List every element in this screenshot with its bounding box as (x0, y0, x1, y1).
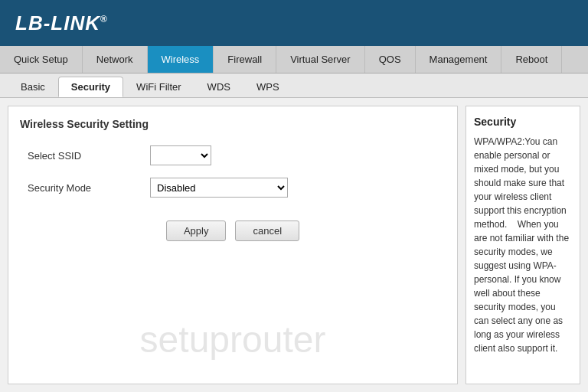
sub-nav-wds[interactable]: WDS (194, 77, 243, 97)
nav-item-quick-setup[interactable]: Quick Setup (0, 46, 83, 73)
settings-panel: Wireless Security Setting Select SSID Se… (8, 106, 458, 384)
nav-item-management[interactable]: Management (416, 46, 502, 73)
cancel-button[interactable]: cancel (235, 220, 299, 241)
top-nav: Quick Setup Network Wireless Firewall Vi… (0, 46, 588, 74)
logo: LB-LINK® (15, 11, 108, 35)
select-ssid-row: Select SSID (20, 145, 446, 165)
nav-item-firewall[interactable]: Firewall (214, 46, 276, 73)
security-mode-select[interactable]: Disabled WPA/WPA2-Personal WPA/WPA2-Ente… (150, 178, 288, 198)
apply-button[interactable]: Apply (166, 220, 227, 241)
nav-item-reboot[interactable]: Reboot (501, 46, 562, 73)
nav-item-virtual-server[interactable]: Virtual Server (276, 46, 365, 73)
info-panel-text: WPA/WPA2:You can enable personal or mixe… (474, 135, 572, 355)
sub-nav-basic[interactable]: Basic (8, 77, 58, 97)
main-content: Wireless Security Setting Select SSID Se… (0, 98, 588, 392)
sub-nav-security[interactable]: Security (58, 77, 123, 97)
info-panel-title: Security (474, 114, 572, 130)
nav-item-network[interactable]: Network (83, 46, 148, 73)
select-ssid-label: Select SSID (28, 150, 150, 162)
security-mode-label: Security Mode (28, 182, 150, 194)
ssid-select[interactable] (150, 145, 211, 165)
sub-nav-wps[interactable]: WPS (243, 77, 292, 97)
header: LB-LINK® (0, 0, 588, 46)
security-mode-row: Security Mode Disabled WPA/WPA2-Personal… (20, 178, 446, 198)
sub-nav: Basic Security WiFi Filter WDS WPS (0, 74, 588, 98)
watermark: setuprouter (8, 318, 457, 361)
nav-item-qos[interactable]: QOS (365, 46, 416, 73)
info-panel: Security WPA/WPA2:You can enable persona… (466, 106, 580, 384)
sub-nav-wifi-filter[interactable]: WiFi Filter (123, 77, 194, 97)
panel-title: Wireless Security Setting (20, 118, 446, 130)
button-row: Apply cancel (20, 220, 446, 241)
nav-item-wireless[interactable]: Wireless (148, 46, 214, 73)
